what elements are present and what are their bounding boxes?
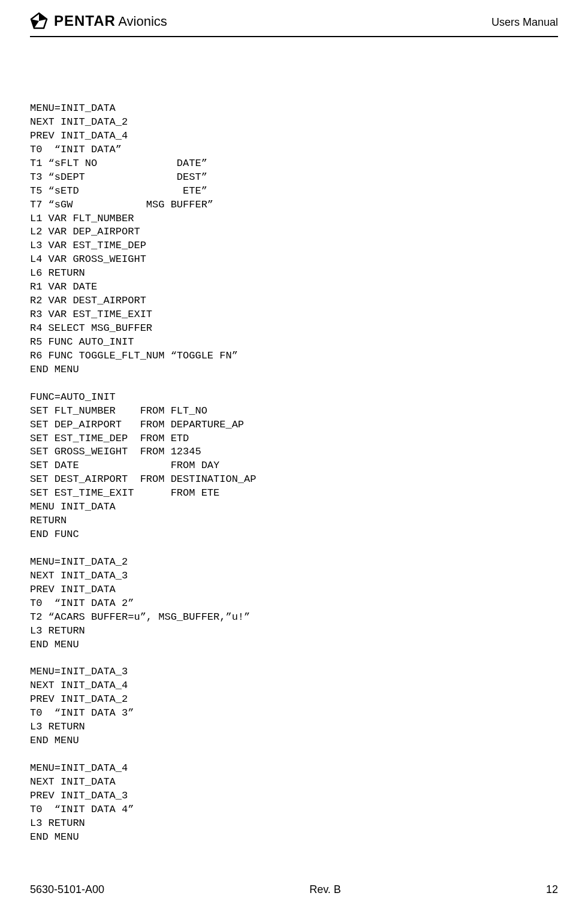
pentagon-logo-icon [30,12,48,30]
company-product: Avionics [118,14,167,29]
page-number: 12 [546,883,558,896]
svg-marker-1 [39,13,47,21]
company-name: PENTAR Avionics [54,13,167,29]
page-footer: 5630-5101-A00 Rev. B 12 [30,883,558,896]
manual-type: Users Manual [491,16,558,30]
revision: Rev. B [309,883,341,896]
company-brand: PENTAR [54,13,116,29]
code-content: MENU=INIT_DATA NEXT INIT_DATA_2 PREV INI… [30,102,558,844]
doc-number: 5630-5101-A00 [30,883,104,896]
page-header: PENTAR Avionics Users Manual [30,0,558,37]
logo-section: PENTAR Avionics [30,12,167,30]
